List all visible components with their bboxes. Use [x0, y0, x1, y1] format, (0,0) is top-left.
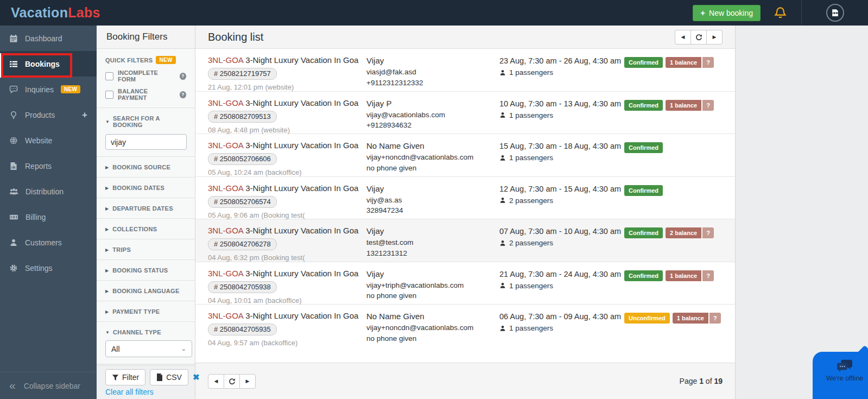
booking-row[interactable]: 3NL-GOA 3-Night Luxury Vacation In Goa #…: [195, 219, 735, 262]
product-title: 3-Night Luxury Vacation In Goa: [245, 269, 358, 278]
product-title: 3-Night Luxury Vacation In Goa: [245, 183, 358, 193]
calendar-icon: [9, 34, 18, 43]
filter-section-booking-language[interactable]: ▶BOOKING LANGUAGE: [97, 281, 195, 301]
balance-help-icon[interactable]: ?: [702, 57, 714, 68]
filter-section-trips[interactable]: ▶TRIPS: [97, 239, 195, 260]
balance-help-icon[interactable]: ?: [702, 227, 714, 238]
booking-created-timestamp: 08 Aug, 4:48 pm (website): [208, 126, 366, 134]
balance-badge: 1 balance: [666, 57, 701, 68]
filter-section-payment-type[interactable]: ▶PAYMENT TYPE: [97, 301, 195, 322]
customer-name: Vijay: [366, 226, 499, 236]
bottom-pager: ◀ ▶: [208, 374, 256, 389]
sidebar-item-settings[interactable]: Settings: [0, 255, 97, 281]
prev-page-button[interactable]: ◀: [675, 30, 691, 45]
search-booking-input[interactable]: [105, 134, 187, 150]
sidebar-item-label: Settings: [25, 264, 53, 273]
trip-date-range: 10 Aug, 7:30 am - 13 Aug, 4:30 am: [499, 99, 624, 108]
booking-row[interactable]: 3NL-GOA 3-Night Luxury Vacation In Goa #…: [195, 305, 735, 363]
booking-product-cell: 3NL-GOA 3-Night Luxury Vacation In Goa #…: [208, 183, 366, 219]
prev-page-button[interactable]: ◀: [208, 374, 224, 389]
sidebar: Dashboard Bookings Inquiries NEW Product…: [0, 26, 97, 399]
filter-section-booking-status[interactable]: ▶BOOKING STATUS: [97, 260, 195, 281]
page-current: 1: [699, 377, 704, 385]
booking-dates-cell: 15 Aug, 7:30 am - 18 Aug, 4:30 am 1 pass…: [499, 141, 624, 176]
notifications-bell-icon[interactable]: [774, 7, 787, 19]
chevron-right-icon: ▶: [105, 165, 109, 170]
status-badge: Confirmed: [624, 270, 663, 281]
sidebar-item-label: Customers: [25, 238, 62, 247]
balance-help-icon[interactable]: ?: [702, 270, 714, 281]
filter-section-collections[interactable]: ▶COLLECTIONS: [97, 219, 195, 239]
incomplete-form-label: INCOMPLETE FORM: [118, 69, 175, 83]
booking-filters-panel: Booking Filters QUICK FILTERS NEW INCOMP…: [97, 26, 195, 399]
booking-row[interactable]: 3NL-GOA 3-Night Luxury Vacation In Goa #…: [195, 262, 735, 305]
sidebar-item-inquiries[interactable]: Inquiries NEW: [0, 77, 97, 102]
chevron-down-icon: ⌄: [181, 345, 186, 352]
balance-help-icon[interactable]: ?: [702, 100, 714, 111]
booking-row[interactable]: 3NL-GOA 3-Night Luxury Vacation In Goa #…: [195, 49, 735, 92]
balance-help-icon[interactable]: ?: [709, 313, 721, 324]
customer-phone: 1321231312: [366, 248, 499, 259]
next-page-button[interactable]: ▶: [239, 374, 256, 389]
booking-number-pill: # 2508042705938: [208, 281, 277, 293]
balance-badge-group: 1 balance ?: [673, 313, 721, 324]
booking-created-timestamp: 05 Aug, 10:24 am (backoffice): [208, 168, 366, 176]
booking-row[interactable]: 3NL-GOA 3-Night Luxury Vacation In Goa #…: [195, 177, 735, 220]
passenger-count: 1 passengers: [509, 282, 553, 290]
refresh-button[interactable]: [690, 30, 707, 45]
filter-button[interactable]: Filter: [105, 369, 145, 385]
close-filters-icon[interactable]: ✖: [193, 372, 200, 382]
live-chat-widget[interactable]: We're offline: [813, 352, 868, 399]
filter-section-departure-dates[interactable]: ▶DEPARTURE DATES: [97, 198, 195, 219]
refresh-button[interactable]: [224, 374, 240, 389]
booking-product-cell: 3NL-GOA 3-Night Luxury Vacation In Goa #…: [208, 269, 366, 305]
clear-all-filters-link[interactable]: Clear all filters: [105, 388, 154, 396]
chevron-down-icon: ▼: [105, 330, 110, 335]
list-footer: ◀ ▶ Page 1 of 19: [195, 363, 735, 399]
booking-created-timestamp: 04 Aug, 10:01 am (backoffice): [208, 296, 366, 305]
passenger-count: 1 passengers: [509, 324, 553, 332]
channel-type-section: ▼ CHANNEL TYPE All ⌄: [97, 322, 195, 364]
balance-payment-label: BALANCE PAYMENT: [118, 88, 175, 101]
sidebar-item-website[interactable]: Website: [0, 128, 97, 153]
new-booking-button[interactable]: + New booking: [693, 5, 761, 21]
incomplete-form-checkbox[interactable]: [105, 72, 113, 80]
sidebar-item-reports[interactable]: Reports: [0, 153, 97, 179]
sidebar-item-dashboard[interactable]: Dashboard: [0, 26, 97, 51]
sidebar-item-bookings[interactable]: Bookings: [0, 51, 97, 77]
channel-type-section-header[interactable]: ▼ CHANNEL TYPE: [105, 329, 186, 335]
search-booking-section-header[interactable]: ▼ SEARCH FOR A BOOKING: [105, 115, 186, 128]
booking-row[interactable]: 3NL-GOA 3-Night Luxury Vacation In Goa #…: [195, 92, 735, 135]
filter-section-booking-source[interactable]: ▶BOOKING SOURCE: [97, 157, 195, 178]
customer-email: vijay+triph@vacationlabs.com: [366, 280, 499, 291]
collapse-sidebar-label: Collapse sidebar: [24, 382, 80, 390]
globe-icon: [9, 136, 18, 145]
channel-type-select[interactable]: All ⌄: [105, 340, 192, 357]
help-icon[interactable]: ?: [180, 91, 186, 98]
sidebar-item-customers[interactable]: Customers: [0, 230, 97, 255]
booking-number-pill: # 2508042706278: [208, 238, 277, 250]
balance-payment-checkbox[interactable]: [105, 91, 113, 99]
sidebar-item-label: Billing: [26, 213, 46, 221]
customer-email: viasjd@fak.asd: [366, 67, 499, 78]
sidebar-item-distribution[interactable]: Distribution: [0, 179, 97, 204]
customer-name: No Name Given: [366, 312, 499, 321]
top-pager: ◀ ▶: [675, 30, 723, 45]
sidebar-item-billing[interactable]: Billing: [0, 204, 97, 230]
help-icon[interactable]: ?: [180, 73, 186, 80]
trip-date-range: 06 Aug, 7:30 am - 09 Aug, 4:30 am: [499, 312, 624, 321]
chevron-right-icon: ▶: [105, 206, 109, 211]
sidebar-item-products[interactable]: Products +: [0, 102, 97, 128]
next-page-button[interactable]: ▶: [706, 30, 723, 45]
csv-button[interactable]: CSV: [150, 369, 188, 385]
csv-button-label: CSV: [166, 373, 182, 382]
filter-section-booking-dates[interactable]: ▶BOOKING DATES: [97, 178, 195, 198]
booking-status-cell: Confirmed: [624, 141, 735, 176]
booking-row[interactable]: 3NL-GOA 3-Night Luxury Vacation In Goa #…: [195, 134, 735, 177]
collapse-sidebar-button[interactable]: « Collapse sidebar: [0, 372, 97, 399]
sidebar-item-label: Dashboard: [25, 34, 62, 43]
vacationlabs-logo[interactable]: VacationLabs: [11, 5, 100, 21]
logo-part2: Labs: [68, 5, 100, 20]
add-product-button[interactable]: +: [82, 110, 87, 121]
user-menu[interactable]: [802, 4, 868, 22]
